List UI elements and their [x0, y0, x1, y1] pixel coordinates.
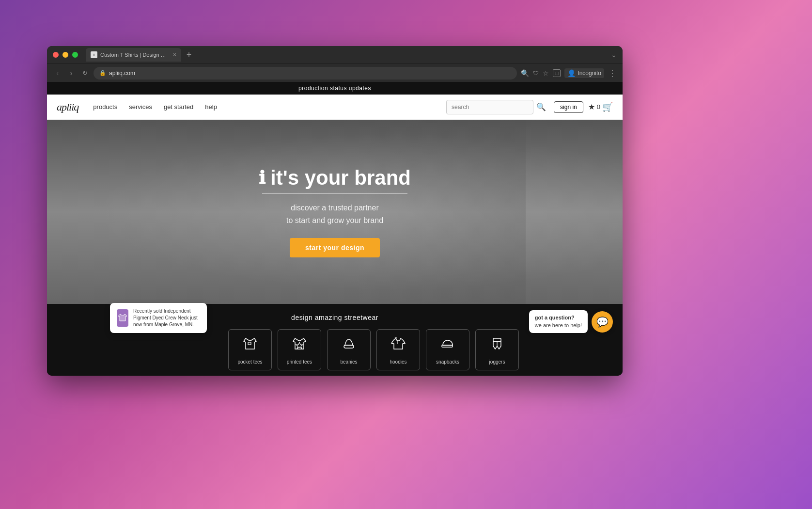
browser-menu-button[interactable]: ⋮ [608, 68, 617, 79]
banner-text: production status updates [298, 85, 371, 92]
url-display: apliiq.com [109, 70, 135, 77]
maximize-window-button[interactable] [72, 52, 78, 58]
forward-button[interactable]: › [66, 69, 76, 78]
chat-open-button[interactable]: 💬 [592, 311, 613, 333]
cart-count: 0 [597, 103, 600, 111]
category-beanies[interactable]: beanies [327, 329, 371, 370]
hero-content: ℹ it's your brand discover a trusted par… [259, 166, 411, 257]
navigation: apliiq products services get started hel… [47, 95, 623, 120]
bookmark-icon[interactable]: ☆ [543, 69, 549, 77]
close-window-button[interactable] [53, 52, 59, 58]
tab-area: i Custom T Shirts | Design Your × + [86, 48, 195, 62]
printed-tees-icon [291, 335, 308, 355]
chat-widget: got a question? we are here to help! 💬 [529, 310, 613, 333]
nav-services[interactable]: services [129, 103, 152, 111]
printed-tees-label: printed tees [287, 359, 312, 365]
beanies-icon [340, 335, 358, 355]
beanies-label: beanies [340, 359, 357, 365]
incognito-avatar-icon: 👤 [567, 69, 576, 77]
window-expand-icon[interactable]: ⌄ [611, 51, 617, 59]
new-tab-button[interactable]: + [183, 49, 195, 61]
site-logo[interactable]: apliiq [57, 101, 78, 113]
svg-rect-0 [248, 342, 251, 345]
address-actions: 🔍 🛡 ☆ □ 👤 Incognito ⋮ [521, 68, 617, 79]
recently-sold-text: Recently sold Independent Pigment Dyed C… [133, 308, 200, 328]
bottom-section: design amazing streetwear pocket tees [47, 304, 623, 376]
category-snapbacks[interactable]: snapbacks [426, 329, 469, 370]
nav-products[interactable]: products [93, 103, 117, 111]
back-button[interactable]: ‹ [53, 69, 62, 78]
category-hoodies[interactable]: hoodies [376, 329, 420, 370]
recently-sold-popup: Recently sold Independent Pigment Dyed C… [110, 303, 207, 333]
hero-title: ℹ it's your brand [259, 166, 411, 190]
chat-title: got a question? [535, 314, 582, 321]
category-printed-tees[interactable]: printed tees [278, 329, 321, 370]
search-input[interactable] [446, 100, 533, 114]
nav-links: products services get started help [93, 103, 446, 111]
svg-rect-5 [493, 338, 501, 341]
browser-window: i Custom T Shirts | Design Your × + ⌄ ‹ … [47, 46, 623, 376]
reload-button[interactable]: ↻ [80, 69, 90, 77]
sold-thumbnail [117, 309, 128, 327]
hero-title-text: it's your brand [270, 166, 411, 190]
chat-subtitle: we are here to help! [535, 322, 582, 329]
svg-marker-1 [296, 342, 303, 349]
hero-subtitle-line2: to start and grow your brand [259, 214, 411, 227]
incognito-label: Incognito [578, 70, 601, 77]
hoodies-label: hoodies [390, 359, 406, 365]
pocket-tees-icon [241, 335, 259, 355]
tab-favicon: i [91, 51, 97, 58]
joggers-icon [488, 335, 506, 355]
address-bar: ‹ › ↻ 🔒 apliiq.com 🔍 🛡 ☆ □ 👤 Incognito ⋮ [47, 64, 623, 82]
pocket-tees-label: pocket tees [237, 359, 262, 365]
address-input[interactable]: 🔒 apliiq.com [94, 67, 517, 80]
nav-help[interactable]: help [205, 103, 217, 111]
category-pocket-tees[interactable]: pocket tees [228, 329, 272, 370]
incognito-badge: 👤 Incognito [564, 68, 604, 78]
hoodies-icon [390, 335, 407, 355]
tab-title: Custom T Shirts | Design Your [100, 52, 168, 58]
search-lens-icon[interactable]: 🔍 [521, 69, 529, 77]
sign-in-button[interactable]: sign in [554, 101, 583, 113]
category-joggers[interactable]: joggers [475, 329, 519, 370]
nav-actions: sign in ★ 0 🛒 [554, 101, 613, 113]
snapbacks-icon [439, 335, 456, 355]
hero-subtitle: discover a trusted partner to start and … [259, 202, 411, 226]
svg-rect-2 [344, 345, 354, 348]
top-banner: production status updates [47, 82, 623, 95]
nav-get-started[interactable]: get started [164, 103, 193, 111]
favorites-icon[interactable]: ★ [588, 102, 595, 111]
category-row: pocket tees printed tees [125, 329, 623, 370]
cart-area: ★ 0 🛒 [588, 102, 613, 112]
search-area: 🔍 [446, 100, 546, 114]
extension-icon[interactable]: 🛡 [533, 70, 539, 77]
search-submit-button[interactable]: 🔍 [536, 102, 546, 111]
hero-cta-button[interactable]: start your design [290, 238, 380, 257]
active-tab[interactable]: i Custom T Shirts | Design Your × [86, 48, 181, 62]
minimize-window-button[interactable] [62, 52, 68, 58]
tab-close-button[interactable]: × [173, 51, 176, 58]
snapbacks-label: snapbacks [436, 359, 459, 365]
title-bar: i Custom T Shirts | Design Your × + ⌄ [47, 46, 623, 64]
hero-section: ℹ it's your brand discover a trusted par… [47, 120, 623, 304]
hero-title-icon: ℹ [259, 168, 265, 188]
hero-divider [262, 193, 407, 194]
tab-view-icon[interactable]: □ [553, 69, 561, 77]
hero-subtitle-line1: discover a trusted partner [259, 202, 411, 214]
joggers-label: joggers [489, 359, 505, 365]
cart-icon[interactable]: 🛒 [602, 102, 613, 112]
lock-icon: 🔒 [99, 70, 106, 76]
chat-bubble: got a question? we are here to help! [529, 310, 588, 333]
site-content: production status updates apliiq product… [47, 82, 623, 376]
